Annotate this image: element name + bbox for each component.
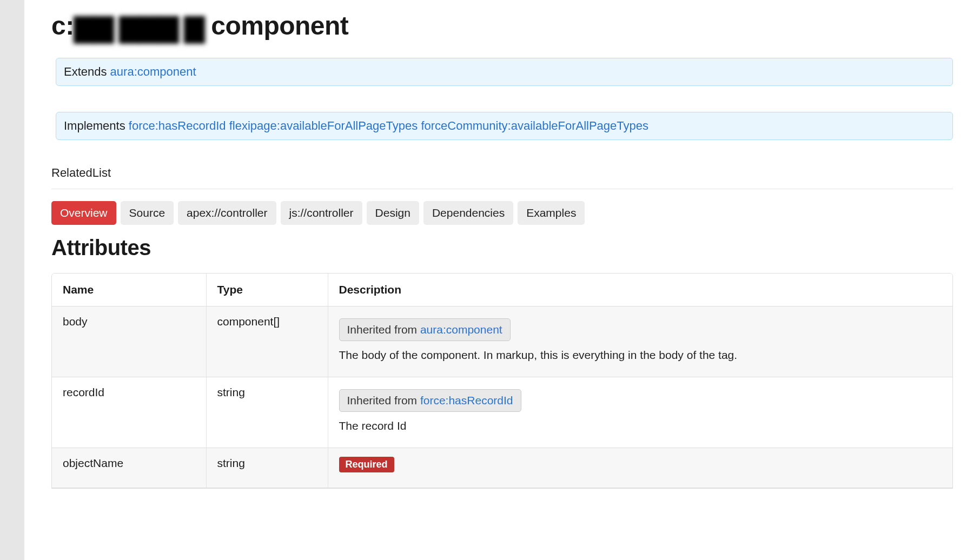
required-badge: Required [339, 457, 394, 472]
title-prefix: c: [51, 11, 74, 40]
implements-links: force:hasRecordId flexipage:availableFor… [129, 119, 648, 132]
attr-name: objectName [52, 448, 206, 488]
page-title: c:▇▇ ▇▇▇ ▇ component [51, 11, 953, 43]
left-gutter [0, 0, 24, 489]
attributes-table: Name Type Description bodycomponent[]Inh… [52, 274, 952, 488]
attr-desc-text: The body of the component. In markup, th… [339, 349, 942, 362]
extends-link[interactable]: aura:component [110, 65, 196, 78]
extends-box: Extends aura:component [56, 58, 953, 86]
attr-description: Inherited from force:hasRecordIdThe reco… [328, 377, 952, 448]
tab-examples[interactable]: Examples [518, 201, 585, 225]
attr-type: string [206, 377, 328, 448]
attributes-table-wrapper: Name Type Description bodycomponent[]Inh… [51, 273, 953, 489]
implements-link[interactable]: forceCommunity:availableForAllPageTypes [421, 119, 648, 132]
inherited-link[interactable]: force:hasRecordId [420, 394, 513, 406]
table-row: objectNamestringRequired [52, 448, 952, 488]
divider [51, 189, 953, 189]
col-desc-header: Description [328, 274, 952, 306]
title-redacted: ▇▇ ▇▇▇ ▇ [74, 12, 204, 43]
attr-name: body [52, 306, 206, 377]
attr-description: Inherited from aura:componentThe body of… [328, 306, 952, 377]
implements-link[interactable]: force:hasRecordId [129, 119, 226, 132]
implements-box: Implements force:hasRecordId flexipage:a… [56, 112, 953, 140]
table-row: bodycomponent[]Inherited from aura:compo… [52, 306, 952, 377]
col-type-header: Type [206, 274, 328, 306]
attr-name: recordId [52, 377, 206, 448]
tabs: OverviewSourceapex://controllerjs://cont… [51, 201, 953, 225]
inherited-prefix: Inherited from [347, 323, 420, 336]
attributes-tbody: bodycomponent[]Inherited from aura:compo… [52, 306, 952, 488]
inherited-link[interactable]: aura:component [420, 323, 502, 336]
implements-label: Implements [64, 119, 129, 132]
tab-source[interactable]: Source [121, 201, 174, 225]
implements-link[interactable]: flexipage:availableForAllPageTypes [229, 119, 418, 132]
attr-type: string [206, 448, 328, 488]
extends-label: Extends [64, 65, 110, 78]
tab-apex-controller[interactable]: apex://controller [178, 201, 276, 225]
table-row: recordIdstringInherited from force:hasRe… [52, 377, 952, 448]
title-suffix: component [204, 11, 348, 40]
tab-design[interactable]: Design [367, 201, 419, 225]
inherited-badge: Inherited from force:hasRecordId [339, 389, 521, 412]
col-name-header: Name [52, 274, 206, 306]
attr-description: Required [328, 448, 952, 488]
attr-type: component[] [206, 306, 328, 377]
related-label: RelatedList [51, 166, 953, 180]
tab-overview[interactable]: Overview [51, 201, 116, 225]
inherited-badge: Inherited from aura:component [339, 318, 511, 341]
table-header-row: Name Type Description [52, 274, 952, 306]
tab-js-controller[interactable]: js://controller [281, 201, 362, 225]
attr-desc-text: The record Id [339, 419, 942, 432]
attributes-heading: Attributes [51, 236, 953, 260]
main-content: c:▇▇ ▇▇▇ ▇ component Extends aura:compon… [24, 11, 980, 489]
tab-dependencies[interactable]: Dependencies [423, 201, 513, 225]
inherited-prefix: Inherited from [347, 394, 420, 406]
